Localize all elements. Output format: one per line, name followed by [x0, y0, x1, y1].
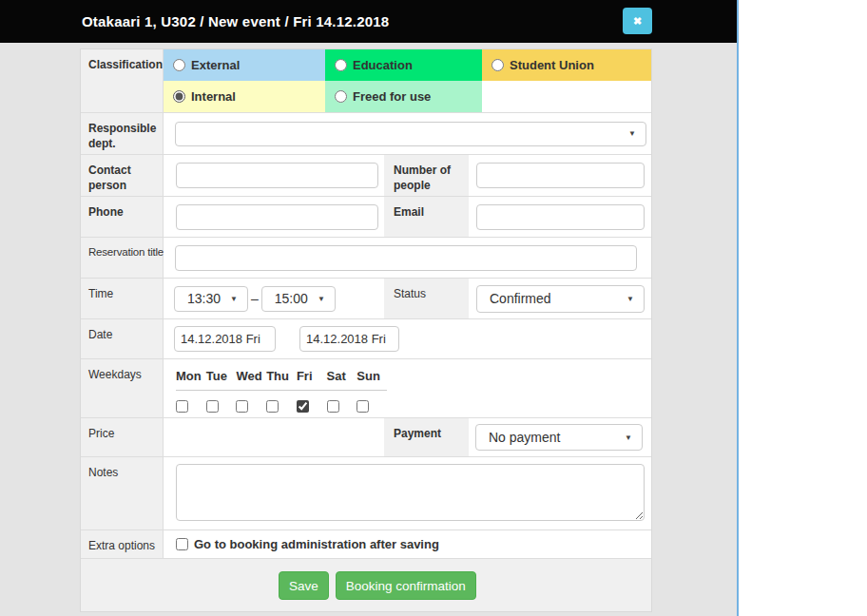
- booking-form: Classification External Education: [80, 48, 652, 612]
- classification-option-education[interactable]: Education: [325, 49, 482, 81]
- classification-options: External Education Student Union: [164, 49, 651, 112]
- weekdays-row: Weekdays Mon Tue Wed Thu Fri Sat Sun: [81, 359, 651, 418]
- go-to-admin-checkbox[interactable]: [176, 538, 188, 550]
- student-union-option-label: Student Union: [510, 58, 594, 72]
- internal-option-label: Internal: [191, 89, 236, 104]
- chevron-down-icon: ▼: [626, 295, 634, 303]
- price-value: [164, 418, 384, 456]
- close-icon: ✖: [633, 15, 642, 28]
- weekday-checkbox-sat[interactable]: [327, 400, 339, 413]
- student-union-radio[interactable]: [491, 59, 504, 71]
- notes-row: Notes: [81, 457, 651, 530]
- status-label: Status: [384, 279, 469, 318]
- weekdays-label: Weekdays: [81, 359, 164, 417]
- weekday-checkbox-tue[interactable]: [206, 400, 219, 413]
- weekday-name: Sun: [356, 369, 387, 383]
- dialog-header: Otakaari 1, U302 / New event / Fri 14.12…: [0, 0, 737, 43]
- end-time-select[interactable]: 15:00 ▼: [261, 286, 336, 312]
- reservation-title-row: Reservation title: [81, 238, 651, 279]
- notes-label: Notes: [81, 457, 164, 529]
- chevron-down-icon: ▼: [318, 295, 325, 303]
- save-button[interactable]: Save: [279, 571, 329, 600]
- extra-options-label: Extra options: [81, 530, 164, 558]
- payment-label: Payment: [384, 418, 469, 456]
- reservation-title-label: Reservation title: [81, 238, 164, 278]
- classification-option-external[interactable]: External: [164, 49, 325, 81]
- phone-row: Phone Email: [81, 197, 651, 238]
- classification-label: Classification: [81, 49, 164, 112]
- external-option-label: External: [191, 58, 240, 72]
- weekday-name: Sat: [327, 369, 357, 383]
- classification-option-student-union[interactable]: Student Union: [482, 49, 651, 81]
- right-divider-line: [737, 0, 739, 616]
- freed-radio[interactable]: [335, 90, 347, 103]
- weekday-name: Wed: [236, 369, 266, 383]
- status-select[interactable]: Confirmed ▼: [476, 285, 645, 313]
- footer-row: Save Booking confirmation: [81, 559, 651, 611]
- phone-label: Phone: [81, 197, 164, 237]
- education-option-label: Education: [353, 58, 413, 72]
- chevron-down-icon: ▼: [230, 295, 238, 303]
- weekday-checkbox-sun[interactable]: [356, 400, 369, 413]
- date-label: Date: [81, 319, 164, 358]
- weekday-name: Mon: [176, 369, 206, 383]
- price-row: Price Payment No payment ▼: [81, 418, 651, 457]
- classification-row: Classification External Education: [81, 49, 651, 113]
- external-radio[interactable]: [173, 59, 185, 71]
- payment-value: No payment: [489, 430, 560, 445]
- weekday-headers: Mon Tue Wed Thu Fri Sat Sun: [176, 369, 387, 391]
- number-of-people-label: Number of people: [384, 155, 469, 196]
- contact-person-label: Contact person: [81, 155, 164, 196]
- classification-option-internal[interactable]: Internal: [164, 81, 325, 112]
- dialog-title: Otakaari 1, U302 / New event / Fri 14.12…: [82, 13, 389, 29]
- responsible-dept-select[interactable]: ▼: [175, 122, 646, 146]
- go-to-admin-label: Go to booking administration after savin…: [194, 537, 439, 551]
- time-row: Time 13:30 ▼ – 15:00 ▼ Status Confirmed: [81, 279, 651, 319]
- classification-empty-cell: [482, 81, 651, 112]
- responsible-dept-row: Responsible dept. ▼: [81, 113, 651, 155]
- number-of-people-input[interactable]: [476, 163, 645, 188]
- payment-select[interactable]: No payment ▼: [475, 424, 643, 451]
- weekday-checkbox-wed[interactable]: [236, 400, 248, 413]
- email-label: Email: [384, 197, 469, 237]
- booking-confirmation-button[interactable]: Booking confirmation: [336, 571, 476, 600]
- education-radio[interactable]: [335, 59, 347, 71]
- time-range-dash: –: [251, 291, 259, 306]
- chevron-down-icon: ▼: [628, 129, 636, 138]
- time-label: Time: [81, 279, 164, 318]
- start-time-value: 13:30: [187, 291, 221, 306]
- extra-options-row: Extra options Go to booking administrati…: [81, 530, 651, 559]
- responsible-dept-label: Responsible dept.: [81, 113, 164, 154]
- notes-textarea[interactable]: [176, 464, 645, 521]
- end-time-value: 15:00: [275, 291, 308, 306]
- date-row: Date: [81, 319, 651, 359]
- weekday-checkbox-mon[interactable]: [176, 400, 188, 413]
- booking-dialog: Otakaari 1, U302 / New event / Fri 14.12…: [0, 0, 737, 616]
- price-label: Price: [81, 418, 164, 456]
- weekday-name: Thu: [266, 369, 297, 383]
- weekday-checkbox-fri[interactable]: [297, 400, 309, 413]
- internal-radio[interactable]: [173, 90, 185, 103]
- contact-person-input[interactable]: [176, 163, 378, 188]
- start-time-select[interactable]: 13:30 ▼: [174, 286, 248, 312]
- screen: Otakaari 1, U302 / New event / Fri 14.12…: [0, 0, 867, 616]
- chevron-down-icon: ▼: [625, 433, 632, 442]
- weekday-checkboxes: [176, 399, 387, 416]
- status-value: Confirmed: [490, 291, 551, 306]
- contact-row: Contact person Number of people: [81, 155, 651, 197]
- reservation-title-input[interactable]: [175, 245, 637, 271]
- classification-option-freed[interactable]: Freed for use: [325, 81, 482, 112]
- phone-input[interactable]: [176, 204, 378, 230]
- weekday-name: Fri: [297, 369, 327, 383]
- email-input[interactable]: [476, 204, 645, 230]
- weekday-checkbox-thu[interactable]: [266, 400, 279, 413]
- start-date-input[interactable]: [174, 326, 276, 352]
- end-date-input[interactable]: [299, 326, 399, 352]
- weekday-name: Tue: [206, 369, 237, 383]
- freed-option-label: Freed for use: [353, 89, 431, 104]
- close-button[interactable]: ✖: [623, 8, 652, 34]
